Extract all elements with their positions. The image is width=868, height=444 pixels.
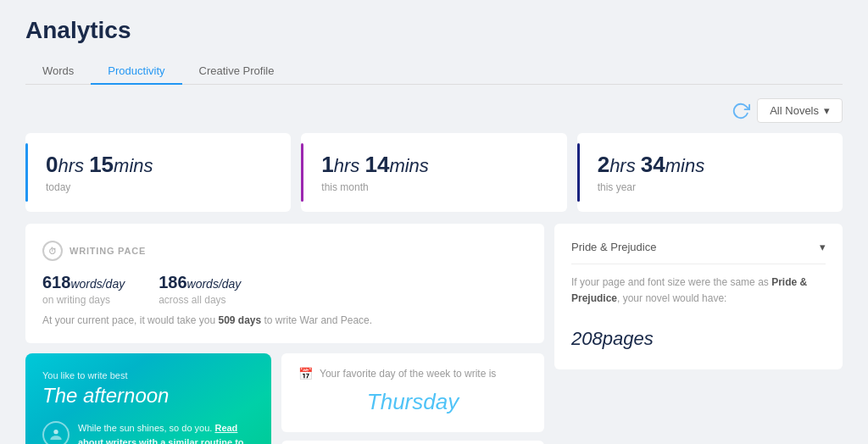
pace-stat-2: 186words/day across all days bbox=[159, 273, 241, 306]
calendar-icon: 📅 bbox=[298, 367, 313, 380]
pace-stat-2-label: across all days bbox=[159, 294, 241, 306]
afternoon-card: You like to write best The afternoon Whi… bbox=[25, 353, 271, 444]
writer-icon bbox=[49, 428, 63, 441]
right-cards: 📅 Your favorite day of the week to write… bbox=[281, 353, 544, 444]
stat-label-year: this year bbox=[598, 181, 822, 193]
stat-card-year: 2hrs 34mins this year bbox=[577, 133, 843, 212]
pace-note: At your current pace, it would take you … bbox=[42, 314, 527, 326]
pride-chevron-icon: ▾ bbox=[820, 241, 826, 253]
afternoon-title: The afternoon bbox=[42, 384, 254, 408]
svg-point-0 bbox=[53, 430, 58, 434]
analytics-page: Analytics Words Productivity Creative Pr… bbox=[0, 0, 868, 444]
right-panel: Pride & Prejudice ▾ If your page and fon… bbox=[554, 224, 843, 444]
pride-desc: If your page and font size were the same… bbox=[571, 275, 826, 307]
afternoon-desc: While the sun shines, so do you. Read ab… bbox=[78, 421, 254, 444]
pages-value: 208pages bbox=[571, 317, 826, 352]
tab-bar: Words Productivity Creative Profile bbox=[25, 58, 843, 85]
pride-card: Pride & Prejudice ▾ If your page and fon… bbox=[554, 224, 843, 369]
pace-stat-1-label: on writing days bbox=[42, 294, 125, 306]
writer-avatar bbox=[42, 421, 70, 444]
chevron-down-icon: ▾ bbox=[824, 104, 830, 117]
main-row: ⏱ WRITING PACE 618words/day on writing d… bbox=[25, 224, 843, 444]
stat-card-month: 1hrs 14mins this month bbox=[301, 133, 566, 212]
pride-dropdown[interactable]: Pride & Prejudice ▾ bbox=[571, 241, 826, 264]
favorite-day-label: 📅 Your favorite day of the week to write… bbox=[298, 367, 527, 380]
stat-card-today: 0hrs 15mins today bbox=[25, 133, 291, 212]
pace-stats: 618words/day on writing days 186words/da… bbox=[42, 273, 527, 306]
stat-value-month: 1hrs 14mins bbox=[321, 152, 546, 178]
pace-stat-1: 618words/day on writing days bbox=[42, 273, 125, 306]
tab-words[interactable]: Words bbox=[25, 58, 91, 84]
stat-label-month: this month bbox=[321, 181, 546, 193]
writer-section: While the sun shines, so do you. Read ab… bbox=[42, 421, 254, 444]
favorite-day-card: 📅 Your favorite day of the week to write… bbox=[281, 353, 544, 432]
pace-icon: ⏱ bbox=[42, 241, 63, 261]
favorite-day-value: Thursday bbox=[298, 386, 527, 419]
stat-value-year: 2hrs 34mins bbox=[598, 152, 822, 178]
stats-row: 0hrs 15mins today 1hrs 14mins this month… bbox=[25, 133, 843, 212]
writing-pace-card: ⏱ WRITING PACE 618words/day on writing d… bbox=[25, 224, 544, 343]
toolbar: All Novels ▾ bbox=[25, 98, 843, 123]
tab-productivity[interactable]: Productivity bbox=[91, 58, 181, 84]
stat-label-today: today bbox=[46, 181, 270, 193]
refresh-icon[interactable] bbox=[732, 102, 750, 120]
writing-pace-header: ⏱ WRITING PACE bbox=[42, 241, 527, 261]
bottom-row: You like to write best The afternoon Whi… bbox=[25, 353, 544, 444]
days-since-card: 0 days since you last wrote bbox=[281, 441, 544, 444]
all-novels-dropdown[interactable]: All Novels ▾ bbox=[757, 98, 843, 123]
page-title: Analytics bbox=[25, 17, 843, 44]
left-column: ⏱ WRITING PACE 618words/day on writing d… bbox=[25, 224, 544, 444]
tab-creative-profile[interactable]: Creative Profile bbox=[182, 58, 292, 84]
stat-value-today: 0hrs 15mins bbox=[46, 152, 270, 178]
you-like-text: You like to write best bbox=[42, 370, 254, 380]
